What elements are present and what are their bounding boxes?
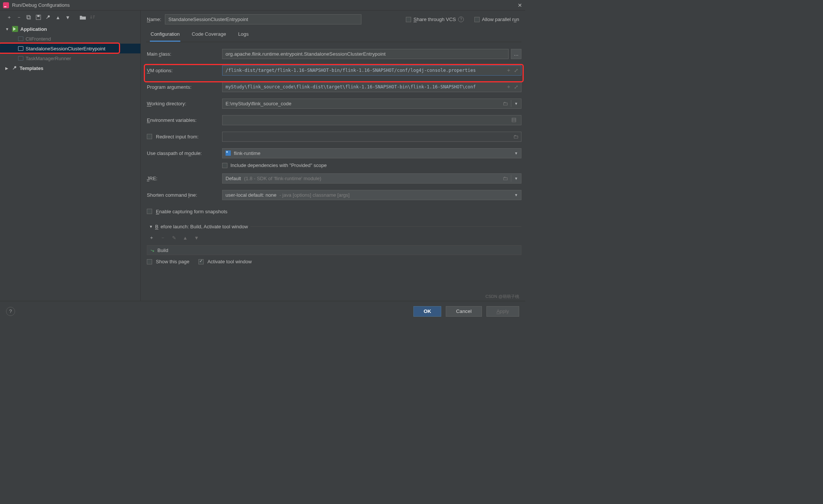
- application-icon: [12, 26, 18, 32]
- shorten-value: user-local default: none: [226, 192, 276, 198]
- tree-item-clifrontend[interactable]: CliFrontend: [0, 34, 140, 44]
- titlebar: Run/Debug Configurations ✕: [0, 0, 525, 11]
- right-panel: Name: Share through VCS ? Allow parallel…: [141, 11, 525, 301]
- tree-node-application[interactable]: ▼ Application: [0, 24, 140, 34]
- folder-icon[interactable]: 🗀: [503, 175, 508, 181]
- svg-rect-6: [512, 118, 516, 122]
- bl-add-button[interactable]: ＋: [148, 234, 155, 241]
- footer: ? OK Cancel Apply: [0, 301, 525, 321]
- module-icon: [226, 150, 231, 156]
- before-launch-item-build[interactable]: ↘ Build: [147, 245, 521, 255]
- share-vcs-checkbox[interactable]: [406, 17, 411, 22]
- module-select[interactable]: flink-runtime ▼: [222, 148, 521, 158]
- vm-options-input[interactable]: [222, 65, 521, 76]
- show-page-checkbox[interactable]: [147, 259, 152, 264]
- apply-button[interactable]: Apply: [486, 306, 519, 317]
- env-vars-input[interactable]: [222, 115, 521, 125]
- maximize-icon[interactable]: ⤢: [512, 84, 520, 90]
- main-class-input[interactable]: [222, 49, 509, 59]
- maximize-icon[interactable]: ⤢: [512, 67, 520, 73]
- configuration-form: Main class: … VM options: ＋ ⤢ Program ar…: [146, 42, 521, 301]
- caret-down-icon: ▼: [149, 225, 153, 229]
- window-title: Run/Debug Configurations: [12, 2, 70, 8]
- hammer-icon: ↘: [149, 247, 155, 254]
- activate-window-checkbox[interactable]: [198, 259, 204, 264]
- chevron-down-icon: ▼: [514, 151, 518, 155]
- bl-edit-button[interactable]: ✎: [170, 234, 178, 241]
- folder-icon[interactable]: 🗀: [513, 134, 518, 140]
- program-args-input[interactable]: [222, 82, 521, 92]
- working-dir-value: E:\myStudy\flink_source_code: [226, 101, 291, 106]
- include-provided-label: Include dependencies with "Provided" sco…: [230, 162, 327, 168]
- enable-forms-checkbox[interactable]: [147, 209, 152, 214]
- svg-rect-5: [37, 15, 40, 17]
- program-args-label: Program arguments:: [147, 84, 218, 90]
- chevron-down-icon: ▼: [514, 193, 518, 197]
- env-vars-label: Environment variables:: [147, 117, 218, 123]
- before-launch-legend[interactable]: ▼ Before launch: Build, Activate tool wi…: [147, 224, 250, 229]
- config-toolbar: ＋ － ▲ ▼: [0, 11, 140, 23]
- sort-button[interactable]: [89, 14, 96, 21]
- include-provided-checkbox[interactable]: [222, 163, 227, 168]
- chevron-down-icon[interactable]: ▼: [514, 176, 518, 181]
- add-config-button[interactable]: ＋: [5, 14, 13, 21]
- shorten-label: Shorten command line:: [147, 192, 218, 198]
- cancel-button[interactable]: Cancel: [446, 306, 482, 317]
- share-vcs-label: Share through VCS: [413, 17, 456, 22]
- tab-logs[interactable]: Logs: [237, 29, 249, 42]
- save-config-button[interactable]: [35, 14, 42, 21]
- working-dir-input[interactable]: E:\myStudy\flink_source_code 🗀 ▼: [222, 99, 521, 109]
- parallel-run-label: Allow parallel run: [482, 17, 519, 22]
- folder-button[interactable]: [79, 14, 87, 21]
- svg-rect-2: [27, 15, 30, 18]
- tree-item-taskmanagerrunner[interactable]: TaskManagerRunner: [0, 53, 140, 63]
- module-value: flink-runtime: [234, 150, 261, 156]
- caret-right-icon: ▶: [5, 66, 10, 70]
- chevron-down-icon[interactable]: ▼: [514, 102, 518, 106]
- remove-config-button[interactable]: －: [15, 14, 23, 21]
- tabs: Configuration Code Coverage Logs: [146, 27, 521, 42]
- help-icon[interactable]: ?: [458, 17, 464, 22]
- enable-forms-label: Enable capturing form snapshots: [156, 209, 227, 214]
- run-config-icon: [18, 36, 23, 41]
- move-down-button[interactable]: ▼: [64, 14, 72, 21]
- list-icon[interactable]: [512, 118, 519, 122]
- tree-node-templates[interactable]: ▶ Templates: [0, 63, 140, 73]
- run-config-icon: [18, 56, 23, 61]
- before-launch-section: ▼ Before launch: Build, Activate tool wi…: [147, 224, 521, 264]
- folder-icon[interactable]: 🗀: [503, 100, 508, 106]
- expand-icon[interactable]: ＋: [505, 83, 512, 90]
- wrench-button[interactable]: [44, 14, 52, 21]
- bl-up-button[interactable]: ▲: [181, 234, 189, 241]
- svg-rect-10: [226, 151, 228, 153]
- tree-item-standalone-session[interactable]: StandaloneSessionClusterEntrypoint: [0, 44, 140, 53]
- watermark: CSDN @萌萌子桃: [486, 294, 519, 299]
- before-launch-item-label: Build: [157, 247, 168, 253]
- help-button[interactable]: ?: [6, 307, 15, 316]
- close-button[interactable]: ✕: [518, 2, 522, 8]
- caret-down-icon: ▼: [5, 27, 10, 31]
- shorten-select[interactable]: user-local default: none - java [options…: [222, 190, 521, 200]
- ok-button[interactable]: OK: [413, 306, 441, 317]
- main-class-browse-button[interactable]: …: [511, 49, 521, 59]
- jre-select[interactable]: Default (1.8 - SDK of 'flink-runtime' mo…: [222, 173, 521, 184]
- expand-icon[interactable]: ＋: [505, 67, 512, 74]
- bl-down-button[interactable]: ▼: [193, 234, 200, 241]
- copy-config-button[interactable]: [25, 14, 32, 21]
- jre-hint: (1.8 - SDK of 'flink-runtime' module): [244, 176, 321, 181]
- working-dir-label: Working directory:: [147, 101, 218, 106]
- shorten-hint: - java [options] classname [args]: [279, 192, 349, 198]
- bl-remove-button[interactable]: －: [159, 234, 166, 241]
- tab-code-coverage[interactable]: Code Coverage: [191, 29, 227, 42]
- name-input[interactable]: [165, 14, 361, 24]
- redirect-input-path[interactable]: [222, 132, 521, 142]
- move-up-button[interactable]: ▲: [54, 14, 62, 21]
- parallel-run-checkbox[interactable]: [474, 17, 480, 22]
- redirect-input-checkbox[interactable]: [147, 134, 152, 139]
- tab-configuration[interactable]: Configuration: [150, 29, 180, 42]
- svg-rect-0: [3, 2, 9, 8]
- activate-window-label: Activate tool window: [207, 259, 252, 264]
- run-config-icon: [18, 46, 23, 51]
- vm-options-label: VM options:: [147, 68, 218, 73]
- config-tree: ▼ Application CliFrontend StandaloneSess…: [0, 23, 140, 301]
